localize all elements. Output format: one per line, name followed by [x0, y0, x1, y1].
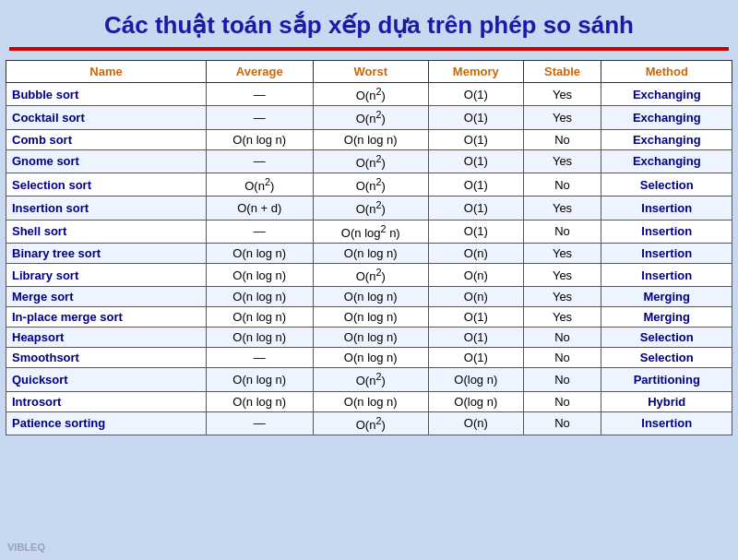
cell-name: Selection sort	[6, 173, 207, 196]
cell-stable: No	[523, 391, 601, 411]
cell-stable: Yes	[523, 307, 601, 328]
cell-average: —	[206, 220, 313, 243]
table-row: Smoothsort—O(n log n)O(1)NoSelection	[6, 348, 732, 368]
cell-stable: No	[523, 129, 601, 149]
cell-average: O(n log n)	[206, 243, 313, 263]
cell-name: Binary tree sort	[6, 243, 207, 263]
cell-method: Insertion	[601, 411, 732, 435]
table-row: Cocktail sort—O(n2)O(1)YesExchanging	[6, 106, 732, 129]
table-row: Bubble sort—O(n2)O(1)YesExchanging	[6, 83, 732, 106]
cell-worst: O(n2)	[313, 197, 428, 220]
cell-name: Quicksort	[6, 368, 207, 391]
cell-method: Selection	[601, 328, 732, 348]
col-name: Name	[6, 61, 207, 83]
cell-stable: Yes	[523, 149, 601, 173]
watermark-label: VIBLEQ	[7, 542, 45, 553]
cell-worst: O(n log2 n)	[313, 220, 428, 243]
cell-name: Shell sort	[6, 220, 207, 243]
table-row: IntrosortO(n log n)O(n log n)O(log n)NoH…	[6, 391, 732, 411]
cell-memory: O(n)	[428, 263, 523, 286]
cell-name: Gnome sort	[6, 149, 207, 173]
cell-name: Insertion sort	[6, 197, 207, 220]
cell-method: Insertion	[601, 263, 732, 286]
cell-worst: O(n log n)	[313, 307, 428, 328]
cell-memory: O(1)	[428, 348, 523, 368]
cell-method: Merging	[601, 307, 732, 328]
cell-average: O(n log n)	[206, 307, 313, 328]
table-row: Shell sort—O(n log2 n)O(1)NoInsertion	[6, 220, 732, 243]
cell-memory: O(log n)	[428, 368, 523, 391]
cell-memory: O(1)	[428, 83, 523, 106]
col-worst: Worst	[313, 61, 428, 83]
cell-memory: O(1)	[428, 307, 523, 328]
cell-stable: No	[523, 328, 601, 348]
cell-name: Introsort	[6, 391, 207, 411]
cell-average: —	[206, 411, 313, 435]
cell-memory: O(n)	[428, 243, 523, 263]
cell-memory: O(1)	[428, 220, 523, 243]
cell-memory: O(1)	[428, 129, 523, 149]
cell-stable: Yes	[523, 243, 601, 263]
cell-method: Exchanging	[601, 129, 732, 149]
col-memory: Memory	[428, 61, 523, 83]
col-average: Average	[206, 61, 313, 83]
cell-method: Partitioning	[601, 368, 732, 391]
table-row: Gnome sort—O(n2)O(1)YesExchanging	[6, 149, 732, 173]
cell-method: Exchanging	[601, 83, 732, 106]
col-stable: Stable	[523, 61, 601, 83]
cell-worst: O(n2)	[313, 368, 428, 391]
cell-method: Merging	[601, 287, 732, 307]
cell-average: O(n log n)	[206, 263, 313, 286]
table-row: Comb sortO(n log n)O(n log n)O(1)NoExcha…	[6, 129, 732, 149]
cell-memory: O(log n)	[428, 391, 523, 411]
cell-worst: O(n log n)	[313, 328, 428, 348]
red-divider	[9, 47, 729, 51]
cell-average: —	[206, 149, 313, 173]
cell-memory: O(1)	[428, 149, 523, 173]
cell-worst: O(n log n)	[313, 348, 428, 368]
cell-name: Library sort	[6, 263, 207, 286]
cell-name: Smoothsort	[6, 348, 207, 368]
table-row: In-place merge sortO(n log n)O(n log n)O…	[6, 307, 732, 328]
col-method: Method	[601, 61, 732, 83]
cell-method: Insertion	[601, 243, 732, 263]
cell-average: O(n log n)	[206, 328, 313, 348]
cell-worst: O(n2)	[313, 149, 428, 173]
cell-stable: Yes	[523, 83, 601, 106]
cell-stable: No	[523, 348, 601, 368]
cell-method: Exchanging	[601, 149, 732, 173]
cell-average: —	[206, 106, 313, 129]
cell-method: Exchanging	[601, 106, 732, 129]
cell-stable: Yes	[523, 197, 601, 220]
table-header-row: Name Average Worst Memory Stable Method	[6, 61, 732, 83]
table-row: Selection sortO(n2)O(n2)O(1)NoSelection	[6, 173, 732, 196]
cell-memory: O(1)	[428, 106, 523, 129]
cell-average: O(n log n)	[206, 368, 313, 391]
table-row: HeapsortO(n log n)O(n log n)O(1)NoSelect…	[6, 328, 732, 348]
cell-stable: No	[523, 411, 601, 435]
table-row: QuicksortO(n log n)O(n2)O(log n)NoPartit…	[6, 368, 732, 391]
cell-average: —	[206, 348, 313, 368]
cell-worst: O(n log n)	[313, 391, 428, 411]
cell-worst: O(n2)	[313, 263, 428, 286]
cell-worst: O(n2)	[313, 173, 428, 196]
cell-name: Merge sort	[6, 287, 207, 307]
cell-stable: No	[523, 173, 601, 196]
cell-method: Selection	[601, 348, 732, 368]
cell-worst: O(n log n)	[313, 287, 428, 307]
cell-average: O(n log n)	[206, 391, 313, 411]
cell-memory: O(n)	[428, 287, 523, 307]
cell-name: Heapsort	[6, 328, 207, 348]
table-row: Patience sorting—O(n2)O(n)NoInsertion	[6, 411, 732, 435]
cell-method: Insertion	[601, 220, 732, 243]
cell-worst: O(n2)	[313, 106, 428, 129]
table-container: Name Average Worst Memory Stable Method …	[0, 56, 738, 439]
cell-stable: Yes	[523, 106, 601, 129]
page-title: Các thuật toán sắp xếp dựa trên phép so …	[9, 11, 729, 40]
cell-average: O(n2)	[206, 173, 313, 196]
cell-name: Bubble sort	[6, 83, 207, 106]
cell-memory: O(1)	[428, 328, 523, 348]
cell-memory: O(1)	[428, 173, 523, 196]
cell-memory: O(1)	[428, 197, 523, 220]
cell-worst: O(n log n)	[313, 129, 428, 149]
